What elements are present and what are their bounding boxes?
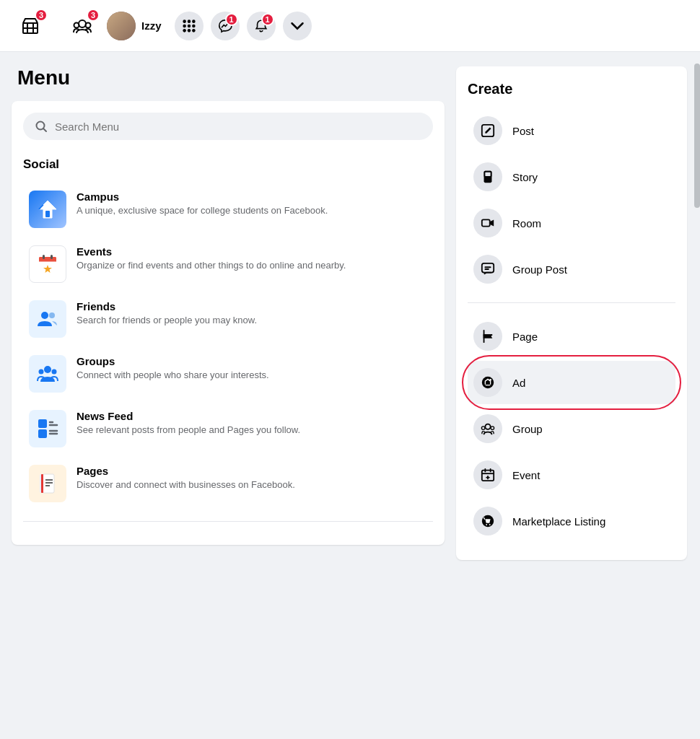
page-create-label: Page [512, 331, 538, 343]
left-panel: Menu Social [12, 66, 445, 560]
event-create-icon [473, 460, 502, 489]
svg-point-30 [41, 312, 48, 319]
group-post-label: Group Post [512, 263, 567, 276]
groups-nav-button[interactable]: 3 [64, 7, 101, 45]
friends-title: Friends [76, 300, 257, 312]
chevron-down-icon [290, 19, 305, 33]
create-marketplace-button[interactable]: Marketplace Listing [468, 499, 675, 543]
list-item[interactable]: Pages Discover and connect with business… [23, 458, 433, 510]
scrollbar-track[interactable] [694, 52, 700, 739]
svg-rect-22 [45, 211, 50, 217]
svg-rect-27 [43, 255, 45, 259]
create-page-button[interactable]: Page [468, 315, 675, 358]
main-content: Menu Social [0, 52, 700, 574]
ad-label: Ad [512, 377, 525, 389]
group-post-icon [473, 255, 502, 284]
campus-icon [29, 191, 66, 228]
event-create-label: Event [512, 469, 540, 481]
svg-point-8 [187, 19, 191, 23]
svg-point-62 [489, 379, 491, 381]
group-create-label: Group [512, 423, 543, 435]
svg-point-33 [39, 370, 44, 375]
create-title: Create [468, 81, 675, 97]
messenger-badge: 1 [225, 13, 238, 26]
create-ad-button[interactable]: Ad [468, 361, 675, 404]
ad-highlight-wrapper: Ad [468, 361, 675, 404]
right-panel: Create Post [456, 66, 687, 560]
story-label: Story [512, 171, 538, 183]
store-nav-button[interactable]: 3 [12, 7, 49, 45]
notification-badge: 1 [261, 13, 274, 26]
marketplace-icon [473, 507, 502, 535]
menu-card: Social Campus A unique, exclusive space … [12, 101, 445, 545]
svg-point-15 [192, 29, 196, 32]
svg-point-11 [187, 24, 191, 27]
svg-point-34 [52, 370, 57, 375]
pages-desc: Discover and connect with businesses on … [76, 478, 295, 491]
pages-icon [29, 465, 66, 502]
list-item[interactable]: Campus A unique, exclusive space for col… [23, 183, 433, 235]
svg-point-73 [486, 524, 487, 525]
create-divider [468, 302, 675, 303]
create-group-post-button[interactable]: Group Post [468, 248, 675, 291]
svg-point-65 [491, 427, 494, 430]
create-post-button[interactable]: Post [468, 109, 675, 152]
newsfeed-title: News Feed [76, 410, 300, 422]
search-input[interactable] [55, 121, 421, 133]
post-label: Post [512, 125, 534, 137]
list-item[interactable]: Friends Search for friends or people you… [23, 293, 433, 345]
room-icon [473, 209, 502, 237]
group-create-icon [473, 414, 502, 443]
svg-point-64 [481, 427, 485, 430]
list-item[interactable]: Events Organize or find events and other… [23, 238, 433, 290]
notifications-button[interactable]: 1 [247, 12, 276, 40]
list-item[interactable]: News Feed See relevant posts from people… [23, 403, 433, 455]
svg-point-32 [44, 366, 51, 373]
messenger-button[interactable]: 1 [211, 12, 240, 40]
create-event-button[interactable]: Event [468, 453, 675, 497]
groups-desc: Connect with people who share your inter… [76, 369, 269, 382]
account-menu-button[interactable] [283, 12, 312, 40]
search-icon [35, 120, 48, 133]
svg-point-9 [192, 19, 196, 23]
apps-button[interactable] [175, 12, 204, 40]
user-name-label: Izzy [141, 19, 162, 32]
create-room-button[interactable]: Room [468, 201, 675, 245]
friends-desc: Search for friends or people you may kno… [76, 314, 257, 327]
story-icon [473, 162, 502, 191]
store-badge: 3 [35, 9, 48, 22]
newsfeed-desc: See relevant posts from people and Pages… [76, 424, 300, 437]
social-section-header: Social [23, 157, 433, 172]
search-box[interactable] [23, 113, 433, 140]
events-icon [29, 245, 66, 283]
svg-line-17 [43, 128, 46, 131]
svg-point-12 [192, 24, 196, 27]
create-group-button[interactable]: Group [468, 407, 675, 450]
svg-point-74 [489, 524, 491, 525]
scrollbar-thumb[interactable] [694, 64, 700, 208]
top-nav: 3 3 Izzy [0, 0, 700, 52]
grid-icon [182, 19, 196, 33]
create-card: Create Post [456, 66, 687, 560]
svg-point-63 [485, 424, 490, 429]
svg-rect-55 [482, 263, 494, 273]
svg-point-61 [482, 377, 494, 388]
create-story-button[interactable]: Story [468, 155, 675, 198]
newsfeed-icon [29, 410, 66, 447]
svg-rect-51 [485, 172, 490, 176]
svg-point-7 [183, 19, 186, 23]
campus-title: Campus [76, 191, 328, 203]
ad-icon [473, 368, 502, 397]
marketplace-label: Marketplace Listing [512, 515, 605, 528]
svg-rect-28 [51, 255, 53, 259]
post-icon [473, 116, 502, 145]
svg-point-10 [183, 24, 186, 27]
list-item[interactable]: Groups Connect with people who share you… [23, 348, 433, 400]
events-desc: Organize or find events and other things… [76, 259, 346, 272]
groups-icon [29, 355, 66, 393]
nav-left: 3 3 [12, 7, 101, 45]
user-profile-button[interactable]: Izzy [101, 9, 167, 43]
events-title: Events [76, 245, 346, 258]
groups-badge: 3 [87, 9, 100, 22]
svg-point-14 [187, 29, 191, 32]
